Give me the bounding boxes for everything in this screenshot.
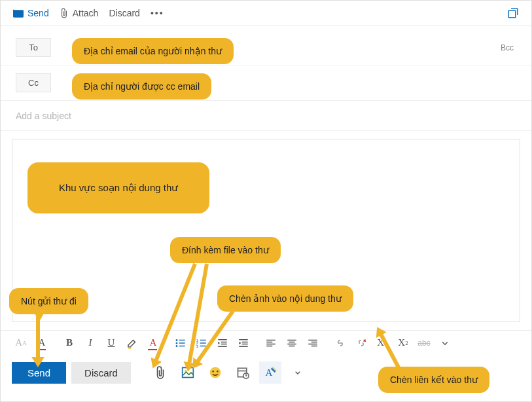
callout-to-hint: Địa chỉ email của người nhận thư xyxy=(72,38,234,64)
callout-send-hint: Nút gửi thư đi xyxy=(9,288,88,314)
arrow-send-stem xyxy=(36,312,40,358)
arrow-send-head xyxy=(31,357,44,367)
callout-attach-hint: Đính kèm file vào thư xyxy=(170,237,281,263)
callout-cc-hint: Địa chỉ người được cc email xyxy=(72,73,211,100)
callout-image-hint: Chèn ảnh vào nội dung thư xyxy=(217,285,353,312)
callout-link-hint: Chèn liên kết vào thư xyxy=(378,367,489,393)
callout-body-hint: Khu vực soạn nội dung thư xyxy=(27,162,209,213)
